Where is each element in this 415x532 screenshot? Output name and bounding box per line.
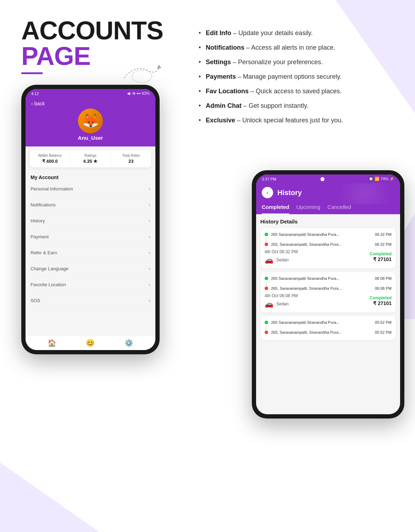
pickup-time-2: 06:08 PM [375, 276, 392, 281]
stats-card: Wallet Balance ₹ 400.0 Ratings 4.35 ★ To… [30, 150, 151, 167]
menu-sos[interactable]: SOS › [31, 293, 150, 309]
stat-wallet: Wallet Balance ₹ 400.0 [30, 150, 70, 167]
ride-card-2[interactable]: 265 Saravanampatti Siranandha Pura... 06… [260, 272, 396, 312]
feature-payments: Payments – Manage payment options secure… [199, 72, 394, 82]
ride-car-row-2: 🚗 Sedan [265, 300, 298, 308]
menu-change-language[interactable]: Change Language › [31, 261, 150, 277]
stat-rides: Total Rides 23 [111, 150, 151, 167]
ride-car-row-1: 🚗 Sedan [265, 256, 298, 264]
right-section: Edit Info – Update your details easily. … [199, 18, 394, 125]
feature-notifications: Notifications – Access all alerts in one… [199, 43, 394, 52]
chevron-icon: › [149, 202, 150, 207]
left-section: ACCOUNTS PAGE 4:12 ◀◦ ⊕ ▪▪▪ 63% ‹ [21, 18, 184, 354]
history-status-dot: ⬤ [320, 177, 325, 181]
user-avatar: 🦊 [78, 109, 103, 133]
my-account-section: My Account Personal Information › Notifi… [26, 171, 155, 310]
ride-type-1: Sedan [276, 257, 289, 262]
route-divider-2 [266, 282, 267, 286]
history-title: History [277, 189, 302, 197]
ride-dropoff-row-1: 265, Saravanampatti, Siranandha Pura... … [265, 242, 392, 246]
feature-fav-locations: Fav Locations – Quick access to saved pl… [199, 87, 394, 96]
menu-refer-earn[interactable]: Refer & Earn › [31, 245, 150, 261]
feature-settings: Settings – Personalize your preferences. [199, 57, 394, 67]
car-icon-1: 🚗 [265, 256, 273, 264]
menu-payment[interactable]: Payment › [31, 229, 150, 245]
dropoff-dot-1 [265, 243, 268, 246]
pickup-text-3: 265 Saravanampatti Siranandha Pura... [271, 320, 372, 325]
ride-card-3[interactable]: 265 Saravanampatti Siranandha Pura... 05… [260, 316, 396, 340]
history-back-button[interactable]: ‹ [262, 187, 273, 198]
history-details-title: History Details [260, 218, 396, 225]
pickup-dot-2 [265, 277, 268, 280]
phone-mockup-2: 3:37 PM ⬤ 🔲 📶 74% ⚡ ‹ History Completed … [252, 170, 404, 419]
my-account-title: My Account [31, 174, 150, 180]
dropoff-time-1: 06:32 PM [375, 242, 392, 246]
ride-type-2: Sedan [276, 301, 289, 306]
pickup-dot-3 [265, 321, 268, 324]
svg-marker-0 [157, 65, 161, 69]
dropoff-text-3: 265, Saravanampatti, Siranandha Pura... [271, 330, 372, 334]
menu-personal-info[interactable]: Personal Information › [31, 181, 150, 197]
dropoff-text-2: 265, Saravanampatti, Siranandha Pura... [271, 286, 372, 290]
history-status-icons: 🔲 📶 74% ⚡ [369, 177, 394, 181]
history-header: ‹ History [256, 183, 400, 204]
menu-history[interactable]: History › [31, 213, 150, 229]
phone-screen-2: 3:37 PM ⬤ 🔲 📶 74% ⚡ ‹ History Completed … [256, 174, 400, 414]
ride-footer-1: 4th Oct 06:32 PM 🚗 Sedan Completed ₹ 271… [265, 249, 392, 264]
feature-admin-chat: Admin Chat – Get support instantly. [199, 101, 394, 111]
back-label: back [34, 101, 45, 106]
menu-favorite-location[interactable]: Favorite Location › [31, 277, 150, 293]
menu-notifications[interactable]: Notifications › [31, 197, 150, 213]
dropoff-time-2: 06:08 PM [375, 286, 392, 290]
pickup-text-2: 265 Saravanampatti Siranandha Pura... [271, 276, 372, 281]
ride-dropoff-row-3: 265, Saravanampatti, Siranandha Pura... … [265, 330, 392, 334]
ride-pickup-row-3: 265 Saravanampatti Siranandha Pura... 05… [265, 320, 392, 325]
route-divider [266, 238, 267, 242]
features-list: Edit Info – Update your details easily. … [199, 28, 394, 125]
tab-upcoming[interactable]: Upcoming [297, 204, 321, 214]
deco-arrow [121, 57, 163, 85]
phone-mockup-1: 4:12 ◀◦ ⊕ ▪▪▪ 63% ‹ back 🦊 Anu_User [21, 85, 160, 354]
ride-date-2: 4th Oct 06:08 PM [265, 293, 298, 298]
chevron-icon: › [149, 234, 150, 239]
ride-status-1: Completed ₹ 27101 [370, 251, 392, 262]
phone-header-1: ‹ back 🦊 Anu_User [26, 98, 155, 146]
tab-completed[interactable]: Completed [262, 204, 289, 214]
ride-card-1[interactable]: 265 Saravanampatti Siranandha Pura... 06… [260, 228, 396, 268]
history-bg-map [329, 183, 400, 204]
settings-icon[interactable]: ⚙️ [124, 339, 133, 347]
history-status-bar: 3:37 PM ⬤ 🔲 📶 74% ⚡ [256, 174, 400, 183]
chevron-icon: › [149, 186, 150, 192]
title-underline [21, 72, 43, 74]
pickup-time-3: 05:52 PM [375, 320, 392, 325]
home-icon[interactable]: 🏠 [48, 339, 56, 347]
route-divider-3 [266, 326, 267, 330]
history-status-time: 3:37 PM [262, 177, 276, 181]
page-title-main: ACCOUNTS [21, 18, 184, 43]
dropoff-text-1: 265, Saravanampatti, Siranandha Pura... [271, 242, 372, 246]
profile-icon[interactable]: 😊 [86, 339, 95, 347]
dropoff-time-3: 05:52 PM [375, 330, 392, 334]
back-button[interactable]: ‹ back [31, 101, 45, 106]
ride-status-2: Completed ₹ 27101 [370, 295, 392, 306]
chevron-icon: › [149, 298, 150, 303]
ride-pickup-row-1: 265 Saravanampatti Siranandha Pura... 06… [265, 232, 392, 237]
car-icon-2: 🚗 [265, 300, 273, 308]
pickup-dot-1 [265, 233, 268, 236]
svg-point-1 [132, 70, 152, 83]
history-tabs: Completed Upcoming Cancelled [256, 204, 400, 214]
status-bar-1: 4:12 ◀◦ ⊕ ▪▪▪ 63% [26, 89, 155, 98]
tab-cancelled[interactable]: Cancelled [327, 204, 351, 214]
chevron-icon: › [149, 218, 150, 223]
phone-screen-1: 4:12 ◀◦ ⊕ ▪▪▪ 63% ‹ back 🦊 Anu_User [26, 89, 155, 350]
dropoff-dot-2 [265, 287, 268, 290]
chevron-icon: › [149, 250, 150, 255]
bottom-nav-1: 🏠 😊 ⚙️ [26, 336, 155, 350]
stat-ratings: Ratings 4.35 ★ [70, 150, 111, 167]
user-name: Anu_User [78, 135, 103, 141]
status-icons-1: ◀◦ ⊕ ▪▪▪ 63% [127, 91, 150, 96]
feature-exclusive: Exclusive – Unlock special features just… [199, 116, 394, 125]
ride-dropoff-row-2: 265, Saravanampatti, Siranandha Pura... … [265, 286, 392, 290]
bg-shape-bottom-left [0, 433, 99, 532]
ride-date-1: 4th Oct 06:32 PM [265, 249, 298, 254]
